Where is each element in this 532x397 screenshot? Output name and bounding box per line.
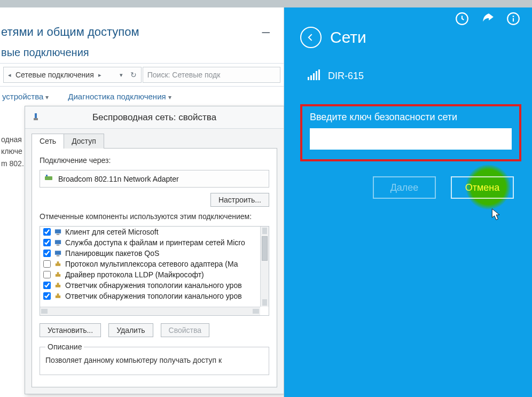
svg-rect-21 <box>308 77 309 80</box>
search-placeholder: Поиск: Сетевые подк <box>147 71 221 79</box>
svg-rect-13 <box>56 263 60 266</box>
svg-rect-7 <box>55 229 61 233</box>
component-label: Протокол мультиплексора сетевого адаптер… <box>65 260 238 268</box>
svg-rect-18 <box>57 283 59 285</box>
chevron-right-icon: ▸ <box>98 72 101 79</box>
mouse-cursor-icon <box>491 208 501 221</box>
remove-button[interactable]: Удалить <box>108 323 153 337</box>
wifi-signal-icon <box>308 69 320 83</box>
svg-rect-3 <box>35 113 37 118</box>
network-name: DIR-615 <box>328 71 364 82</box>
vertical-scrollbar[interactable] <box>260 227 269 307</box>
title-text: етями и общим доступом <box>1 25 139 39</box>
dropdown-chevron-icon[interactable]: ▾ <box>120 72 123 79</box>
component-row[interactable]: Протокол мультиплексора сетевого адаптер… <box>40 259 260 269</box>
svg-rect-14 <box>57 261 59 263</box>
component-checkbox[interactable] <box>43 292 51 300</box>
dialog-title: Беспроводная сеть: свойства <box>92 112 216 123</box>
key-prompt-label: Введите ключ безопасности сети <box>310 112 512 123</box>
breadcrumb[interactable]: ◂ Сетевые подключения ▸ ▾ ↻ <box>3 67 142 83</box>
tab-access[interactable]: Доступ <box>64 134 104 149</box>
svg-rect-17 <box>56 285 60 287</box>
svg-rect-22 <box>310 75 312 80</box>
component-type-icon <box>54 260 62 268</box>
chevron-left-icon: ◂ <box>8 72 11 79</box>
back-button[interactable] <box>300 27 322 48</box>
watch-later-icon[interactable] <box>455 12 469 26</box>
horizontal-scrollbar[interactable] <box>40 307 260 315</box>
component-checkbox[interactable] <box>43 260 51 268</box>
svg-rect-5 <box>45 176 52 180</box>
refresh-icon[interactable]: ↻ <box>130 71 137 79</box>
component-row[interactable]: Драйвер протокола LLDP (Майкрософт) <box>40 269 260 280</box>
component-row[interactable]: Планировщик пакетов QoS <box>40 248 260 259</box>
breadcrumb-label: Сетевые подключения <box>15 71 94 79</box>
svg-rect-4 <box>34 118 38 120</box>
minimize-icon[interactable]: – <box>262 24 270 40</box>
properties-dialog: Беспроводная сеть: свойства Сеть Доступ … <box>25 106 284 394</box>
svg-rect-19 <box>56 295 60 298</box>
address-bar-row: ◂ Сетевые подключения ▸ ▾ ↻ Поиск: Сетев… <box>0 63 284 87</box>
components-listbox[interactable]: Клиент для сетей MicrosoftСлужба доступа… <box>40 226 269 316</box>
video-progress-bar <box>0 0 532 7</box>
networks-charm-panel: Сети DIR-615 Введите ключ безопасности с… <box>284 7 532 397</box>
svg-rect-16 <box>57 272 59 274</box>
share-icon[interactable] <box>481 12 495 26</box>
description-text: Позволяет данному компьютеру получать до… <box>45 355 263 366</box>
description-group: Описание Позволяет данному компьютеру по… <box>40 342 269 375</box>
network-entry[interactable]: DIR-615 <box>284 53 532 88</box>
search-box[interactable]: Поиск: Сетевые подк <box>143 67 280 83</box>
video-overlay-icons <box>455 12 520 26</box>
adapter-field[interactable]: Broadcom 802.11n Network Adapter <box>40 170 269 188</box>
tab-body: Подключение через: Broadcom 802.11n Netw… <box>32 148 277 387</box>
component-checkbox[interactable] <box>43 239 51 246</box>
left-clipped-text: одная ключе m 802. <box>0 134 25 169</box>
component-checkbox[interactable] <box>43 271 51 278</box>
configure-button[interactable]: Настроить... <box>210 193 269 207</box>
svg-rect-12 <box>57 255 60 256</box>
security-key-block: Введите ключ безопасности сети <box>300 104 521 161</box>
component-checkbox[interactable] <box>43 228 51 236</box>
info-icon[interactable] <box>506 12 520 26</box>
svg-rect-24 <box>316 71 317 80</box>
component-type-icon <box>54 271 62 279</box>
window-title: вые подключения <box>0 43 284 63</box>
component-checkbox[interactable] <box>43 250 51 257</box>
component-label: Драйвер протокола LLDP (Майкрософт) <box>65 270 204 279</box>
svg-point-2 <box>513 15 514 17</box>
toolbar-item-devices[interactable]: устройства▾ <box>2 92 49 101</box>
svg-rect-6 <box>46 175 48 176</box>
connect-via-label: Подключение через: <box>40 156 269 165</box>
component-label: Ответчик обнаружения топологии канальног… <box>65 292 242 300</box>
component-row[interactable]: Клиент для сетей Microsoft <box>40 227 260 237</box>
component-label: Клиент для сетей Microsoft <box>65 228 159 236</box>
next-button: Далее <box>373 176 436 199</box>
dialog-titlebar[interactable]: Беспроводная сеть: свойства <box>25 106 284 129</box>
adapter-icon <box>30 112 41 122</box>
component-type-icon <box>54 239 62 247</box>
charm-title: Сети <box>330 28 366 46</box>
charm-buttons: Далее Отмена <box>284 161 532 199</box>
component-label: Ответчик обнаружения топологии канальног… <box>65 281 242 290</box>
component-row[interactable]: Ответчик обнаружения топологии канальног… <box>40 280 260 291</box>
security-key-input[interactable] <box>310 128 512 150</box>
install-button[interactable]: Установить... <box>40 323 101 337</box>
adapter-name: Broadcom 802.11n Network Adapter <box>58 175 179 183</box>
svg-rect-25 <box>318 69 320 80</box>
svg-rect-10 <box>57 245 60 246</box>
component-label: Служба доступа к файлам и принтерам сете… <box>65 238 245 247</box>
component-row[interactable]: Ответчик обнаружения топологии канальног… <box>40 291 260 301</box>
svg-rect-11 <box>55 251 61 255</box>
component-row[interactable]: Служба доступа к файлам и принтерам сете… <box>40 237 260 248</box>
component-label: Планировщик пакетов QoS <box>65 249 159 258</box>
component-checkbox[interactable] <box>43 282 51 289</box>
svg-rect-20 <box>57 293 59 295</box>
tab-network[interactable]: Сеть <box>32 134 64 149</box>
cancel-button[interactable]: Отмена <box>451 176 514 199</box>
component-type-icon <box>54 282 62 290</box>
component-buttons-row: Установить... Удалить Свойства <box>40 321 269 337</box>
svg-rect-15 <box>56 274 60 277</box>
toolbar-item-diagnostics[interactable]: Диагностика подключения▾ <box>68 92 171 101</box>
explorer-toolbar: устройства▾ Диагностика подключения▾ <box>0 87 284 104</box>
svg-rect-9 <box>55 240 61 244</box>
